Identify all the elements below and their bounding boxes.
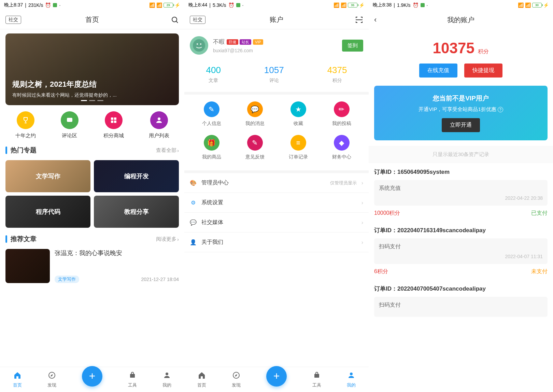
nav-label: 发现 bbox=[232, 382, 241, 388]
diamond-icon: ◆ bbox=[334, 135, 350, 151]
list-menu-item[interactable]: 🎨 管理员中心 仅管理员显示 › bbox=[184, 173, 369, 193]
quick-nav-item[interactable]: 十年之约 bbox=[15, 111, 36, 139]
quick-nav-item[interactable]: 用户列表 bbox=[149, 111, 169, 139]
stat-label: 评论 bbox=[269, 78, 279, 84]
profile-name: 不暇 bbox=[213, 38, 225, 46]
help-icon[interactable]: ? bbox=[498, 107, 503, 112]
quick-nav-item[interactable]: 积分商城 bbox=[103, 111, 124, 139]
grid-menu-item[interactable]: ≡ 订单记录 bbox=[276, 135, 320, 160]
article-title: 张温克：我的心事说晚安 bbox=[55, 249, 179, 257]
gift-icon: 🎁 bbox=[204, 135, 219, 151]
grid-menu-item[interactable]: ◆ 财务中心 bbox=[320, 135, 363, 160]
list-menu-item[interactable]: 💬 社交媒体 › bbox=[184, 213, 369, 233]
grid-menu-label: 我的商品 bbox=[202, 154, 221, 160]
nav-tools[interactable]: 工具 bbox=[128, 371, 137, 388]
trophy-icon bbox=[17, 111, 34, 129]
status-bar: 晚上8:37 | 231K/s ⏰ · 📶 📶 29 ⚡ bbox=[0, 0, 184, 10]
chevron-right-icon: › bbox=[361, 220, 363, 226]
search-icon[interactable] bbox=[171, 16, 179, 24]
nav-label: 我的 bbox=[347, 382, 356, 388]
svg-rect-6 bbox=[114, 117, 116, 120]
order-id: 订单ID：20220407005407scancodealipay bbox=[374, 285, 548, 293]
recommended-more[interactable]: 阅读更多› bbox=[156, 236, 179, 242]
grid-menu-item[interactable]: ✎ 意见反馈 bbox=[233, 135, 276, 160]
stat-item[interactable]: 1057 评论 bbox=[264, 65, 284, 84]
nav-compass[interactable]: 发现 bbox=[47, 371, 56, 388]
article-card[interactable]: 张温克：我的心事说晚安 文学写作 2021-12-27 18:04 bbox=[5, 249, 179, 283]
recommended-title: 推荐文章 bbox=[5, 235, 37, 243]
home-icon bbox=[13, 371, 22, 381]
nav-compass[interactable]: 发现 bbox=[232, 371, 241, 388]
points-display: 10375 积分 bbox=[369, 29, 553, 64]
nav-home[interactable]: 首页 bbox=[197, 371, 206, 388]
grid-menu-label: 收藏 bbox=[294, 121, 303, 127]
list-menu-label: 系统设置 bbox=[201, 199, 357, 206]
svg-point-0 bbox=[172, 17, 177, 22]
topic-card[interactable]: 文学写作 bbox=[5, 160, 90, 192]
bottom-nav: 首页 发现 + 工具 我的 bbox=[0, 367, 184, 392]
topic-grid: 文学写作编程开发程序代码教程分享 bbox=[5, 160, 179, 228]
header-tag[interactable]: 社交 bbox=[190, 16, 205, 24]
article-time: 2021-12-27 18:04 bbox=[141, 277, 179, 282]
nav-tools[interactable]: 工具 bbox=[312, 371, 321, 388]
stat-item[interactable]: 400 文章 bbox=[206, 65, 221, 84]
hero-banner[interactable]: 规则之树，2021年度总结 有时候回过头来看这个网站，还觉得挺奇妙的，... bbox=[5, 33, 179, 105]
avatar[interactable] bbox=[190, 36, 208, 55]
status-time: 晚上8:37 bbox=[4, 2, 23, 8]
grid-menu-label: 财务中心 bbox=[332, 154, 351, 160]
gear-icon: ⚙ bbox=[190, 199, 197, 206]
nav-user[interactable]: 我的 bbox=[162, 371, 171, 388]
order-item[interactable]: 订单ID：20220407163149scancodealipay 扫码支付 2… bbox=[369, 222, 553, 280]
grid-menu-item[interactable]: ✎ 个人信息 bbox=[190, 101, 233, 127]
order-item[interactable]: 订单ID：1650649095system 系统充值 2022-04-22 20… bbox=[369, 163, 553, 222]
profile-section: 不暇 巨佬 站长 VIP buxia97@126.com 签到 bbox=[184, 29, 369, 61]
action-button[interactable]: 在线充值 bbox=[419, 64, 457, 78]
list-menu-label: 社交媒体 bbox=[201, 219, 357, 226]
list-menu-item[interactable]: 👤 关于我们 › bbox=[184, 233, 369, 252]
svg-rect-5 bbox=[111, 117, 113, 120]
status-speed: 5.3K/s bbox=[213, 2, 226, 8]
header-tag[interactable]: 社交 bbox=[5, 16, 21, 24]
order-status: 未支付 bbox=[531, 268, 548, 275]
list-menu-item[interactable]: ⚙ 系统设置 › bbox=[184, 193, 369, 213]
nav-label: 发现 bbox=[47, 382, 56, 388]
bottom-nav: 首页 发现 + 工具 我的 bbox=[184, 367, 369, 392]
alarm-icon: ⏰ bbox=[228, 2, 234, 8]
quick-nav-item[interactable]: 评论区 bbox=[61, 111, 79, 139]
signal-icon: 📶 bbox=[518, 2, 524, 8]
stats-row: 400 文章 1057 评论 4375 积分 bbox=[184, 61, 369, 92]
grid-menu-item[interactable]: 💬 我的消息 bbox=[233, 101, 276, 127]
nav-home[interactable]: 首页 bbox=[13, 371, 22, 388]
scan-icon[interactable] bbox=[355, 16, 363, 24]
hot-topics-more[interactable]: 查看全部› bbox=[156, 147, 179, 154]
topic-card[interactable]: 教程分享 bbox=[94, 196, 179, 228]
order-time: 2022-04-07 11:31 bbox=[379, 254, 543, 259]
svg-rect-17 bbox=[314, 374, 319, 378]
svg-point-4 bbox=[70, 120, 71, 121]
stat-item[interactable]: 4375 积分 bbox=[327, 65, 347, 84]
topic-card[interactable]: 程序代码 bbox=[5, 196, 90, 228]
list-menu: 🎨 管理员中心 仅管理员显示 › ⚙ 系统设置 › 💬 社交媒体 › 👤 关于我… bbox=[184, 170, 369, 252]
nav-user[interactable]: 我的 bbox=[347, 371, 356, 388]
chevron-right-icon: › bbox=[361, 180, 363, 186]
quick-nav: 十年之约 评论区 积分商城 用户列表 bbox=[3, 111, 182, 139]
svg-point-12 bbox=[166, 373, 168, 375]
feedback-icon: ✎ bbox=[247, 135, 263, 151]
back-button[interactable]: ‹ bbox=[374, 15, 377, 24]
header: 社交 首页 bbox=[0, 10, 184, 29]
vip-open-button[interactable]: 立即开通 bbox=[442, 118, 480, 132]
add-button[interactable]: + bbox=[82, 366, 102, 387]
order-item[interactable]: 订单ID：20220407005407scancodealipay 扫码支付 bbox=[369, 280, 553, 322]
action-button[interactable]: 快捷提现 bbox=[464, 64, 502, 78]
add-button[interactable]: + bbox=[266, 366, 287, 387]
palette-icon: 🎨 bbox=[190, 180, 197, 186]
topic-card[interactable]: 编程开发 bbox=[94, 160, 179, 192]
status-time: 晚上8:38 bbox=[373, 2, 392, 8]
grid-menu-item[interactable]: ★ 收藏 bbox=[276, 101, 320, 127]
checkin-button[interactable]: 签到 bbox=[342, 40, 363, 52]
status-time: 晚上8:44 bbox=[188, 2, 207, 8]
grid-menu-item[interactable]: ✏ 我的投稿 bbox=[320, 101, 363, 127]
chevron-right-icon: › bbox=[361, 200, 363, 206]
compass-icon bbox=[48, 371, 56, 381]
grid-menu-item[interactable]: 🎁 我的商品 bbox=[190, 135, 233, 160]
